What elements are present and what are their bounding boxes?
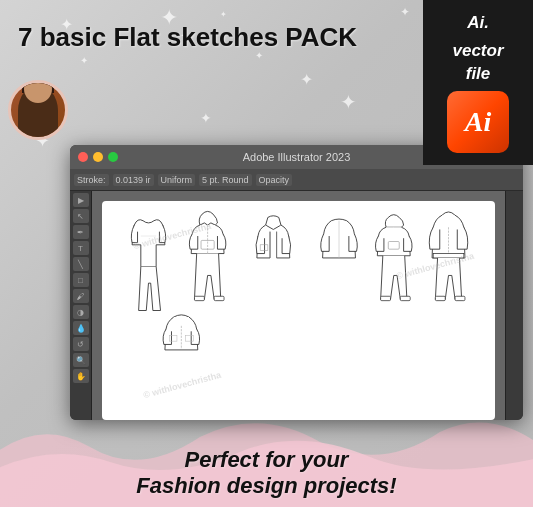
toolbar-opacity: Opacity — [256, 174, 293, 186]
window-toolbar: Stroke: 0.0139 ir Uniform 5 pt. Round Op… — [70, 169, 523, 191]
sketch-sport-jacket — [163, 315, 200, 350]
tool-type[interactable]: T — [73, 241, 89, 255]
svg-rect-13 — [455, 296, 465, 300]
illustrator-window: Adobe Illustrator 2023 Stroke: 0.0139 ir… — [70, 145, 523, 420]
avatar-figure — [18, 85, 58, 137]
tool-select[interactable]: ▶ — [73, 193, 89, 207]
maximize-button[interactable] — [108, 152, 118, 162]
svg-rect-3 — [194, 296, 204, 300]
tool-gradient[interactable]: ◑ — [73, 305, 89, 319]
toolbar-round[interactable]: 5 pt. Round — [199, 174, 252, 186]
ai-badge: Ai. vectorfile Ai — [423, 0, 533, 165]
toolbar-stroke-label: Stroke: — [74, 174, 109, 186]
tool-paint[interactable]: 🖌 — [73, 289, 89, 303]
svg-rect-12 — [435, 296, 445, 300]
toolbar-stroke-value[interactable]: 0.0139 ir — [113, 174, 154, 186]
avatar-image — [8, 80, 68, 140]
canvas-white: © withlovechristha © withlovechristha © … — [102, 201, 495, 420]
tool-rect[interactable]: □ — [73, 273, 89, 287]
right-toolbar — [505, 191, 523, 420]
avatar-head — [24, 80, 52, 103]
main-title: 7 basic Flat sketches PACK — [18, 22, 413, 53]
tool-line[interactable]: ╲ — [73, 257, 89, 271]
svg-rect-9 — [400, 296, 410, 300]
left-toolbar: ▶ ↖ ✒ T ╲ □ 🖌 ◑ 💧 ↺ 🔍 ✋ — [70, 191, 92, 420]
bottom-line2: Fashion design projects! — [0, 473, 533, 499]
tool-direct[interactable]: ↖ — [73, 209, 89, 223]
ai-logo-icon: Ai — [447, 91, 509, 153]
window-title: Adobe Illustrator 2023 — [243, 151, 351, 163]
tool-zoom[interactable]: 🔍 — [73, 353, 89, 367]
tool-eyedrop[interactable]: 💧 — [73, 321, 89, 335]
sketch-jacket-front — [256, 216, 291, 258]
sketch-hoodie2 — [376, 215, 413, 301]
close-button[interactable] — [78, 152, 88, 162]
bottom-line1: Perfect for your — [0, 447, 533, 473]
bottom-text-container: Perfect for your Fashion design projects… — [0, 447, 533, 499]
sketch-jacket-back — [321, 219, 358, 258]
svg-rect-4 — [214, 296, 224, 300]
avatar — [8, 80, 68, 140]
toolbar-uniform[interactable]: Uniform — [158, 174, 196, 186]
ai-badge-text: Ai. — [467, 12, 489, 34]
tool-rotate[interactable]: ↺ — [73, 337, 89, 351]
ai-badge-subtext: vectorfile — [452, 40, 503, 84]
minimize-button[interactable] — [93, 152, 103, 162]
svg-rect-8 — [381, 296, 391, 300]
tool-pen[interactable]: ✒ — [73, 225, 89, 239]
canvas-area[interactable]: © withlovechristha © withlovechristha © … — [92, 191, 505, 420]
tool-hand[interactable]: ✋ — [73, 369, 89, 383]
